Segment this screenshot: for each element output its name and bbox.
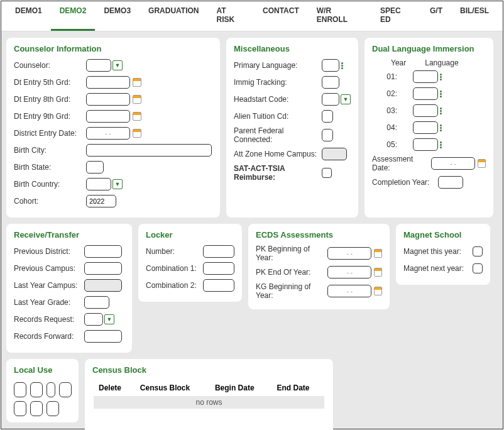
birth-country-input[interactable] <box>86 178 111 190</box>
alien-tuition-input[interactable] <box>322 110 333 123</box>
calendar-icon[interactable] <box>374 268 382 277</box>
local-use-box[interactable] <box>47 401 59 416</box>
last-year-grade-input[interactable] <box>84 296 109 309</box>
local-use-box[interactable] <box>14 382 26 397</box>
magnet-this-checkbox[interactable] <box>473 246 483 256</box>
ellipsis-icon[interactable] <box>440 108 442 114</box>
dli-lang-03-input[interactable] <box>413 104 438 117</box>
local-use-box[interactable] <box>14 401 26 416</box>
tab-gt[interactable]: G/T <box>421 1 451 31</box>
birth-country-dropdown-icon[interactable]: ▼ <box>112 179 123 189</box>
pk-begin-input[interactable] <box>327 247 371 260</box>
calendar-icon[interactable] <box>133 129 141 138</box>
dli-row-label: 03: <box>372 106 397 115</box>
dli-language-header: Language <box>425 58 458 67</box>
parent-federal-label: Parent Federal Connected: <box>234 126 322 144</box>
parent-federal-input[interactable] <box>322 129 333 141</box>
records-request-dropdown-icon[interactable]: ▼ <box>104 314 114 324</box>
tab-demo1[interactable]: DEMO1 <box>6 1 51 31</box>
census-col-begin: Begin Date <box>210 381 271 395</box>
district-entry-date-input[interactable] <box>86 127 130 140</box>
primary-language-input[interactable] <box>322 59 339 72</box>
cohort-input[interactable] <box>86 195 116 207</box>
calendar-icon[interactable] <box>374 249 382 258</box>
dli-row-label: 05: <box>372 140 397 149</box>
local-use-box[interactable] <box>47 382 55 397</box>
locker-title: Locker <box>146 230 234 240</box>
dli-lang-01-input[interactable] <box>413 70 438 83</box>
counselor-label: Counselor: <box>14 61 86 70</box>
tab-wr-enroll[interactable]: W/R ENROLL <box>308 1 371 31</box>
tab-at-risk[interactable]: AT RISK <box>208 1 254 31</box>
calendar-icon[interactable] <box>374 287 382 295</box>
census-no-rows: no rows <box>94 396 324 409</box>
tab-bil-esl[interactable]: BIL/ESL <box>451 1 498 31</box>
ellipsis-icon[interactable] <box>341 62 343 69</box>
dli-lang-02-input[interactable] <box>413 87 438 100</box>
prev-district-input[interactable] <box>84 245 122 258</box>
tab-demo3[interactable]: DEMO3 <box>95 1 140 31</box>
ellipsis-icon[interactable] <box>440 91 442 97</box>
dt-entry-8th-input[interactable] <box>86 93 130 106</box>
immig-tracking-input[interactable] <box>322 76 339 89</box>
att-zone-input <box>322 148 347 160</box>
records-forward-label: Records Forward: <box>14 332 84 341</box>
tab-contact[interactable]: CONTACT <box>254 1 308 31</box>
dli-lang-04-input[interactable] <box>413 121 438 134</box>
dt-entry-9th-input[interactable] <box>86 110 130 123</box>
completion-year-label: Completion Year: <box>372 178 438 187</box>
ellipsis-icon[interactable] <box>440 141 442 148</box>
last-year-campus-label: Last Year Campus: <box>14 281 84 290</box>
tab-spec-ed[interactable]: SPEC ED <box>371 1 421 31</box>
dli-row-label: 04: <box>372 123 397 132</box>
combination-2-input[interactable] <box>203 279 234 292</box>
local-use-box[interactable] <box>59 382 72 397</box>
dt-entry-5th-label: Dt Entry 5th Grd: <box>14 78 86 87</box>
birth-state-input[interactable] <box>86 161 104 174</box>
local-use-box[interactable] <box>30 401 43 416</box>
pk-end-input[interactable] <box>327 266 371 278</box>
magnet-next-label: Magnet next year: <box>403 264 473 273</box>
recv-title: Receive/Transfer <box>14 230 124 240</box>
dt-entry-5th-input[interactable] <box>86 76 130 89</box>
locker-number-input[interactable] <box>203 245 234 258</box>
records-forward-input[interactable] <box>84 330 122 343</box>
calendar-icon[interactable] <box>133 95 141 104</box>
combination-1-label: Combination 1: <box>146 264 203 273</box>
assess-date-input[interactable] <box>431 157 475 170</box>
counselor-dropdown-icon[interactable]: ▼ <box>112 60 123 70</box>
headstart-code-label: Headstart Code: <box>234 95 322 104</box>
local-use-title: Local Use <box>14 365 71 375</box>
headstart-dropdown-icon[interactable]: ▼ <box>341 94 351 104</box>
magnet-title: Magnet School <box>403 230 483 240</box>
sat-act-checkbox[interactable] <box>322 168 332 178</box>
dli-lang-05-input[interactable] <box>413 138 438 151</box>
birth-city-input[interactable] <box>86 144 212 157</box>
tab-demo2[interactable]: DEMO2 <box>51 1 96 31</box>
combination-1-input[interactable] <box>203 262 234 275</box>
census-title: Census Block <box>92 365 326 375</box>
kg-begin-label: KG Beginning of Year: <box>256 282 327 300</box>
headstart-code-input[interactable] <box>322 93 339 106</box>
completion-year-input[interactable] <box>438 176 463 189</box>
counselor-input[interactable] <box>86 59 111 72</box>
calendar-icon[interactable] <box>133 78 141 87</box>
dli-row-label: 01: <box>372 72 397 81</box>
magnet-next-checkbox[interactable] <box>473 263 483 273</box>
prev-campus-input[interactable] <box>84 262 122 275</box>
district-entry-date-label: District Entry Date: <box>14 129 86 138</box>
calendar-icon[interactable] <box>478 159 486 168</box>
local-use-box[interactable] <box>30 382 43 397</box>
census-col-delete: Delete <box>94 381 134 395</box>
census-table: Delete Census Block Begin Date End Date … <box>92 380 326 410</box>
last-year-campus-input <box>84 279 122 292</box>
primary-language-label: Primary Language: <box>234 61 322 70</box>
dt-entry-8th-label: Dt Entry 8th Grd: <box>14 95 86 104</box>
ellipsis-icon[interactable] <box>440 74 442 80</box>
kg-begin-input[interactable] <box>327 285 371 297</box>
ellipsis-icon[interactable] <box>440 124 442 131</box>
records-request-input[interactable] <box>84 313 103 326</box>
tab-graduation[interactable]: GRADUATION <box>140 1 207 31</box>
calendar-icon[interactable] <box>133 112 141 121</box>
assess-date-label: Assessment Date: <box>372 155 431 172</box>
